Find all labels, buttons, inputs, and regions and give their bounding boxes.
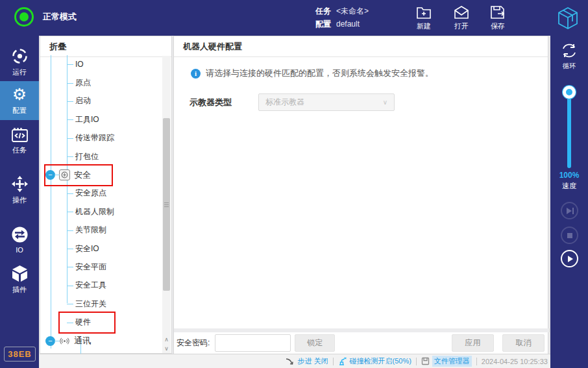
chevron-down-icon: ∨ [383, 99, 387, 106]
cube-icon [11, 265, 29, 282]
nav-io-label: IO [16, 246, 23, 254]
tree-item-safety-plane[interactable]: 安全平面 [40, 258, 162, 276]
info-icon: i [191, 69, 201, 79]
status-bar: 步进 关闭 碰撞检测开启(50%) 文件管理器 2024-04-25 10:25… [40, 354, 550, 368]
collision-detection-status[interactable]: 碰撞检测开启(50%) [338, 356, 411, 366]
loop-label: 循环 [563, 62, 576, 71]
nav-run-label: 运行 [12, 67, 27, 77]
code-window-icon [11, 127, 29, 143]
info-message: i 请选择与连接的硬件匹配的配置，否则系统会触发安全报警。 [191, 67, 434, 79]
tree-item-joint-limits[interactable]: 关节限制 [40, 221, 162, 239]
nav-item-plugin[interactable]: 插件 [0, 265, 39, 295]
right-control-sidebar: 循环 100% 速度 [550, 36, 588, 368]
config-tree: IO 原点 启动 工具IO 传送带跟踪 打包位 − 安全 安全原点 机器人限制 … [40, 55, 162, 354]
speed-percent: 100% [550, 171, 588, 180]
nav-item-config-active[interactable]: ⚙ 配置 [0, 81, 39, 120]
collapse-toggle-icon[interactable]: − [45, 170, 55, 180]
nav-item-task[interactable]: 任务 [0, 127, 39, 155]
tree-panel-title: 折叠 [40, 36, 171, 57]
nav-config-label: 配置 [12, 106, 27, 116]
tree-item-safety[interactable]: − 安全 [40, 166, 162, 184]
save-button[interactable]: 保存 [483, 5, 513, 31]
step-forward-button[interactable] [561, 202, 578, 219]
status-separator [416, 358, 417, 365]
new-button-label: 新建 [417, 21, 431, 31]
tree-item-safety-io[interactable]: 安全IO [40, 239, 162, 258]
stop-button[interactable] [561, 227, 578, 244]
tree-item-io[interactable]: IO [40, 55, 162, 73]
tree-scrollbar[interactable]: ∧ ∨ [162, 56, 171, 353]
tree-item-conveyor[interactable]: 传送带跟踪 [40, 129, 162, 147]
play-button[interactable] [561, 250, 578, 267]
task-label: 任务 [315, 5, 331, 18]
nav-item-run[interactable]: 运行 [0, 47, 39, 77]
scroll-up-icon[interactable]: ∧ [162, 335, 171, 344]
nav-item-operate[interactable]: 操作 [0, 175, 39, 205]
collapse-toggle-icon[interactable]: − [45, 336, 55, 346]
tree-item-tool-io[interactable]: 工具IO [40, 110, 162, 129]
speed-readout: 100% 速度 [550, 171, 588, 191]
status-timestamp: 2024-04-25 10:25:33 [482, 358, 548, 365]
left-nav-sidebar: 运行 ⚙ 配置 任务 操作 [0, 36, 39, 368]
step-forward-icon [565, 208, 574, 214]
tree-item-origin[interactable]: 原点 [40, 73, 162, 92]
status-badge: 38EB [4, 347, 36, 362]
config-value: default [336, 18, 360, 31]
pendant-type-value: 标准示教器 [265, 97, 304, 108]
run-target-icon [11, 47, 29, 65]
tree-item-safety-tool[interactable]: 安全工具 [40, 276, 162, 295]
open-button[interactable]: 打开 [447, 5, 476, 31]
file-manager-button[interactable]: 文件管理器 [421, 356, 472, 367]
status-separator [476, 358, 477, 365]
tree-item-startup[interactable]: 启动 [40, 92, 162, 110]
gear-icon: ⚙ [12, 86, 27, 103]
apply-button[interactable]: 应用 [452, 334, 494, 352]
speed-slider[interactable] [567, 92, 571, 168]
speed-slider-knob[interactable] [563, 86, 576, 99]
nav-operate-label: 操作 [12, 195, 27, 205]
top-bar: 正常模式 任务<未命名> 配置default 新建 打开 保存 [0, 0, 588, 36]
password-input[interactable] [215, 334, 291, 352]
open-button-label: 打开 [454, 21, 469, 31]
hardware-config-panel: 机器人硬件配置 i 请选择与连接的硬件匹配的配置，否则系统会触发安全报警。 示教… [173, 36, 548, 354]
file-manager-label: 文件管理器 [432, 356, 472, 367]
password-label: 安全密码: [177, 337, 210, 349]
step-mode-status[interactable]: 步进 关闭 [286, 356, 328, 366]
collision-detection-label: 碰撞检测开启(50%) [350, 356, 411, 366]
move-arrows-icon [11, 175, 29, 193]
tree-item-communication[interactable]: − 通讯 [40, 332, 162, 350]
tree-item-three-position-switch[interactable]: 三位开关 [40, 295, 162, 313]
tree-item-safety-home[interactable]: 安全原点 [40, 184, 162, 202]
mode-status-light-icon [14, 7, 34, 27]
tree-scrollbar-thumb[interactable] [163, 118, 170, 291]
task-config-info: 任务<未命名> 配置default [315, 5, 369, 31]
step-mode-label: 步进 关闭 [297, 356, 328, 366]
info-text: 请选择与连接的硬件匹配的配置，否则系统会触发安全报警。 [206, 67, 434, 79]
brand-cube-logo [557, 6, 579, 30]
new-button[interactable]: 新建 [409, 5, 439, 31]
tree-item-hardware[interactable]: 硬件 [40, 313, 162, 331]
pendant-type-row: 示教器类型 标准示教器 ∨ [190, 93, 395, 111]
save-button-label: 保存 [491, 21, 505, 31]
config-tree-panel: 折叠 IO 原点 启动 工具IO 传送带跟踪 打包位 − 安全 安全原点 机器人… [40, 36, 172, 354]
tree-item-pack[interactable]: 打包位 [40, 147, 162, 166]
pendant-type-select[interactable]: 标准示教器 ∨ [258, 93, 395, 111]
pendant-type-label: 示教器类型 [190, 97, 258, 108]
loop-mode-button[interactable]: 循环 [550, 42, 588, 71]
play-icon [568, 256, 573, 262]
collision-icon [338, 357, 347, 365]
antenna-icon [59, 336, 70, 347]
file-manager-icon [421, 357, 430, 365]
nav-item-io[interactable]: IO [0, 226, 39, 254]
safety-password-bar: 安全密码: 锁定 应用 取消 [174, 332, 548, 354]
io-cycle-icon [11, 226, 29, 243]
tree-item-robot-limits[interactable]: 机器人限制 [40, 202, 162, 221]
stop-icon [567, 233, 572, 238]
lock-button[interactable]: 锁定 [295, 334, 335, 352]
status-separator [333, 358, 334, 365]
save-disk-icon [490, 5, 506, 19]
scroll-down-icon[interactable]: ∨ [162, 344, 171, 353]
cancel-button[interactable]: 取消 [502, 334, 545, 352]
nav-plugin-label: 插件 [12, 285, 27, 295]
config-label: 配置 [315, 18, 331, 31]
